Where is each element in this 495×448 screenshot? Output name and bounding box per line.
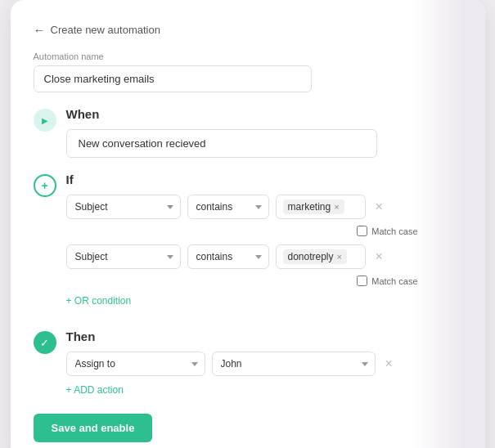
when-content: When New conversation recieved <box>66 107 462 158</box>
when-title: When <box>66 107 462 121</box>
condition-2-match-case-label: Match case <box>371 276 417 286</box>
condition-2-tag-donotreply-close[interactable]: × <box>337 252 342 262</box>
save-enable-button[interactable]: Save and enable <box>34 414 153 442</box>
if-title: If <box>66 172 462 186</box>
automation-name-label: Automation name <box>34 52 462 61</box>
if-content: If Subject contains marketing × × <box>66 172 462 315</box>
condition-row-1: Subject contains marketing × × <box>66 195 462 219</box>
if-section: + If Subject contains marketing × × <box>34 172 462 315</box>
when-play-icon: ▶ <box>42 116 48 125</box>
condition-2-match-case-row: Match case <box>66 276 418 286</box>
condition-1-tag-marketing: marketing × <box>283 199 344 214</box>
condition-1-tag-marketing-close[interactable]: × <box>334 202 339 212</box>
automation-card: ← Create new automation Automation name … <box>11 0 485 448</box>
condition-1-tag-input[interactable]: marketing × <box>276 195 366 219</box>
condition-1-delete[interactable]: × <box>376 199 383 214</box>
condition-2-tag-donotreply: donotreply × <box>283 249 347 264</box>
condition-2-subject-select[interactable]: Subject <box>66 244 181 269</box>
action-delete[interactable]: × <box>385 356 393 371</box>
back-button[interactable]: ← Create new automation <box>34 23 462 37</box>
then-title: Then <box>66 329 462 343</box>
back-label: Create new automation <box>51 24 160 36</box>
condition-2-tag-input[interactable]: donotreply × <box>276 244 366 269</box>
or-condition-button[interactable]: + OR condition <box>66 295 132 307</box>
if-icon: + <box>34 174 56 197</box>
condition-1-operator-select[interactable]: contains <box>187 195 269 219</box>
then-section: ✓ Then Assign to John × + ADD action <box>34 329 462 396</box>
condition-1-match-case-checkbox[interactable] <box>357 226 367 236</box>
then-icon: ✓ <box>34 331 56 354</box>
if-plus-icon: + <box>41 179 47 192</box>
condition-1-match-case-label: Match case <box>371 226 417 236</box>
add-action-button[interactable]: + ADD action <box>66 384 124 396</box>
when-icon: ▶ <box>34 109 56 132</box>
when-section: ▶ When New conversation recieved <box>34 107 462 158</box>
condition-2-delete[interactable]: × <box>376 249 383 264</box>
action-type-select[interactable]: Assign to <box>66 352 205 376</box>
back-icon: ← <box>34 23 46 37</box>
automation-name-section: Automation name <box>34 52 462 92</box>
condition-2-operator-select[interactable]: contains <box>187 244 269 269</box>
condition-row-2: Subject contains donotreply × × <box>66 244 462 269</box>
condition-1-match-case-row: Match case <box>66 226 418 236</box>
action-assignee-select[interactable]: John <box>212 352 376 376</box>
condition-2-match-case-checkbox[interactable] <box>357 276 367 286</box>
action-row: Assign to John × <box>66 352 462 376</box>
then-content: Then Assign to John × + ADD action <box>66 329 462 396</box>
then-check-icon: ✓ <box>40 337 49 349</box>
automation-name-input[interactable] <box>34 65 312 92</box>
condition-1-subject-select[interactable]: Subject <box>66 195 181 219</box>
when-trigger: New conversation recieved <box>66 129 377 158</box>
